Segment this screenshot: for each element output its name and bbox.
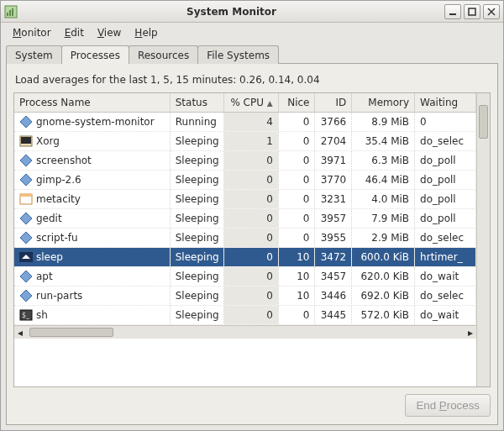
tab-resources[interactable]: Resources [129, 45, 198, 64]
cell-memory: 2.9 MiB [352, 229, 415, 248]
table-row[interactable]: sleepSleeping0103472600.0 KiBhrtimer_ [14, 248, 476, 267]
col-waiting[interactable]: Waiting [415, 93, 476, 113]
titlebar[interactable]: System Monitor [1, 1, 503, 23]
cell-cpu: 0 [224, 286, 279, 306]
table-row[interactable]: screenshotSleeping0039716.3 MiBdo_poll [14, 151, 476, 171]
cell-id: 3955 [315, 229, 352, 248]
cell-waiting: do_poll [415, 190, 476, 209]
cell-id: 3231 [315, 190, 352, 209]
menubar: Monitor Edit View Help [1, 23, 503, 43]
col-nice[interactable]: Nice [278, 93, 315, 113]
col-cpu[interactable]: % CPU ▲ [224, 93, 279, 113]
col-status[interactable]: Status [170, 93, 224, 113]
process-icon [19, 115, 33, 129]
menu-help[interactable]: Help [128, 24, 164, 41]
footer: End Process [13, 387, 491, 418]
cell-memory: 35.4 MiB [352, 132, 415, 151]
window-title: System Monitor [21, 6, 442, 18]
process-icon [19, 212, 33, 225]
cell-waiting: do_poll [415, 151, 476, 171]
cell-name: screenshot [14, 151, 170, 171]
cell-nice: 0 [278, 171, 315, 190]
cell-id: 3457 [315, 267, 352, 286]
table-row[interactable]: run-partsSleeping0103446692.0 KiBdo_sele… [14, 286, 476, 306]
cell-name: gedit [14, 209, 170, 229]
cell-waiting: do_wait [415, 267, 476, 286]
tab-bar: System Processes Resources File Systems [1, 43, 503, 63]
window: System Monitor Monitor Edit View Help Sy… [0, 0, 504, 431]
cell-nice: 0 [278, 306, 315, 325]
svg-rect-14 [20, 194, 32, 197]
process-table: Process Name Status % CPU ▲ Nice ID Memo… [14, 93, 476, 325]
process-table-container: Process Name Status % CPU ▲ Nice ID Memo… [13, 92, 491, 387]
cell-waiting: do_selec [415, 132, 476, 151]
cell-name: apt [14, 267, 170, 286]
hscroll-thumb[interactable] [29, 328, 113, 337]
vscroll-thumb[interactable] [479, 105, 488, 139]
cell-name: run-parts [14, 286, 170, 306]
maximize-button[interactable] [464, 4, 480, 19]
cell-nice: 0 [278, 113, 315, 132]
col-id[interactable]: ID [315, 93, 352, 113]
table-row[interactable]: gimp-2.6Sleeping00377046.4 MiBdo_poll [14, 171, 476, 190]
menu-monitor[interactable]: Monitor [6, 24, 58, 41]
cell-name: script-fu [14, 229, 170, 248]
svg-marker-8 [20, 116, 32, 128]
cell-memory: 6.3 MiB [352, 151, 415, 171]
col-memory[interactable]: Memory [352, 93, 415, 113]
cell-id: 3957 [315, 209, 352, 229]
table-row[interactable]: geditSleeping0039577.9 MiBdo_poll [14, 209, 476, 229]
minimize-button[interactable] [444, 4, 461, 19]
cell-id: 3971 [315, 151, 352, 171]
cell-waiting: do_poll [415, 171, 476, 190]
tab-processes[interactable]: Processes [61, 45, 129, 64]
table-row[interactable]: aptSleeping0103457620.0 KiBdo_wait [14, 267, 476, 286]
table-row[interactable]: script-fuSleeping0039552.9 MiBdo_selec [14, 229, 476, 248]
cell-cpu: 0 [224, 267, 279, 286]
close-button[interactable] [483, 4, 500, 19]
process-icon: $_ [19, 308, 33, 322]
cell-memory: 4.0 MiB [352, 190, 415, 209]
scroll-left-icon[interactable]: ◂ [14, 327, 26, 339]
menu-view[interactable]: View [91, 24, 128, 41]
cell-cpu: 4 [224, 113, 279, 132]
cell-waiting: do_wait [415, 306, 476, 325]
cell-status: Sleeping [170, 248, 224, 267]
cell-memory: 620.0 KiB [352, 267, 415, 286]
table-row[interactable]: XorgSleeping10270435.4 MiBdo_selec [14, 132, 476, 151]
table-row[interactable]: metacitySleeping0032314.0 MiBdo_poll [14, 190, 476, 209]
process-icon [19, 154, 33, 167]
scroll-right-icon[interactable]: ▸ [465, 327, 476, 339]
table-row[interactable]: $_shSleeping003445572.0 KiBdo_wait [14, 306, 476, 325]
vertical-scrollbar[interactable] [476, 93, 490, 386]
cell-id: 3446 [315, 286, 352, 306]
end-process-button[interactable]: End Process [405, 394, 491, 417]
cell-nice: 0 [278, 190, 315, 209]
col-process-name[interactable]: Process Name [14, 93, 170, 113]
horizontal-scrollbar[interactable]: ◂ ▸ [14, 325, 476, 339]
tab-system[interactable]: System [6, 45, 62, 64]
cell-cpu: 0 [224, 229, 279, 248]
cell-nice: 0 [278, 132, 315, 151]
process-icon [19, 289, 33, 302]
cell-cpu: 0 [224, 248, 279, 267]
svg-rect-2 [9, 10, 11, 16]
cell-name: sleep [14, 248, 170, 267]
cell-status: Sleeping [170, 190, 224, 209]
cell-status: Running [170, 113, 224, 132]
svg-marker-15 [20, 213, 32, 224]
cell-status: Sleeping [170, 267, 224, 286]
cell-id: 2704 [315, 132, 352, 151]
process-icon [19, 231, 33, 244]
svg-marker-12 [20, 174, 32, 186]
cell-waiting: do_selec [415, 286, 476, 306]
process-icon [19, 250, 33, 264]
tab-filesystems[interactable]: File Systems [197, 45, 279, 64]
svg-marker-16 [20, 232, 32, 244]
cell-cpu: 0 [224, 209, 279, 229]
table-row[interactable]: gnome-system-monitorRunning4037668.9 MiB… [14, 113, 476, 132]
menu-edit[interactable]: Edit [58, 24, 91, 41]
cell-nice: 10 [278, 286, 315, 306]
process-table-scroll[interactable]: Process Name Status % CPU ▲ Nice ID Memo… [14, 93, 476, 386]
cell-memory: 692.0 KiB [352, 286, 415, 306]
